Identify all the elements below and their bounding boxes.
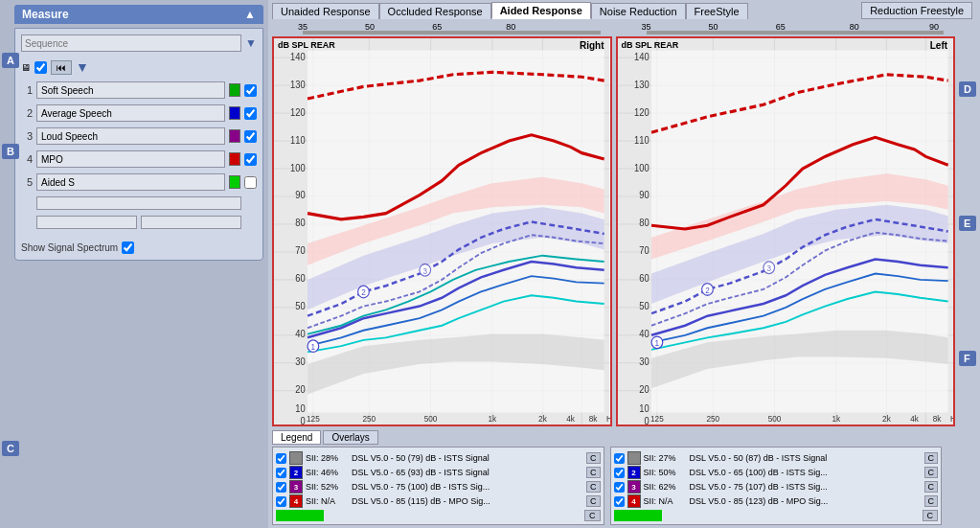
svg-text:125: 125 [307, 414, 320, 424]
legend-right-row-3: 3 SII: 62% DSL V5.0 - 75 (107) dB - ISTS… [614, 480, 939, 494]
loud-speech-button[interactable]: Loud Speech [36, 127, 225, 145]
svg-text:500: 500 [767, 414, 781, 424]
legend-left-check-4[interactable] [276, 496, 286, 507]
svg-text:110: 110 [634, 134, 650, 145]
tab-unaided[interactable]: Unaided Response [272, 3, 379, 19]
legend-right-c-1[interactable]: C [924, 452, 939, 464]
chart-left-label: dB SPL REAR [278, 40, 335, 50]
legend-left-c-2[interactable]: C [586, 467, 601, 478]
legend-right-row-1: SII: 27% DSL V5.0 - 50 (87) dB - ISTS Si… [614, 451, 939, 465]
legend-left-c-4[interactable]: C [586, 495, 601, 507]
legend-right-sii-1: SII: 27% [644, 453, 687, 463]
legend-right-check-4[interactable] [614, 496, 625, 507]
legend-right-check-1[interactable] [614, 453, 625, 464]
scale-80-left: 80 [506, 22, 515, 32]
svg-text:1: 1 [654, 338, 659, 348]
legend-tab-overlays[interactable]: Overlays [323, 430, 377, 445]
legend-right-check-2[interactable] [614, 468, 625, 478]
collapse-icon[interactable]: ▲ [244, 8, 256, 21]
legend-left-row-3: 3 SII: 52% DSL V5.0 - 75 (100) dB - ISTS… [276, 480, 601, 494]
scale-35-right: 35 [642, 22, 651, 32]
svg-text:10: 10 [295, 403, 306, 414]
legend-left-num-4: 4 [289, 494, 303, 508]
scale-50-left: 50 [365, 22, 375, 32]
row5-check[interactable] [244, 176, 257, 189]
row5-color [229, 175, 240, 189]
row2-check[interactable] [244, 107, 257, 120]
row3-check[interactable] [244, 130, 257, 143]
reduction-freestyle-tab[interactable]: Reduction Freestyle [861, 2, 972, 19]
label-f: F [959, 351, 976, 366]
legend-right-c-bottom[interactable]: C [923, 510, 939, 521]
legend-right-desc-2: DSL V5.0 - 65 (100) dB - ISTS Sig... [690, 468, 922, 477]
aided-s-button[interactable]: Aided S [36, 173, 225, 191]
legend-left-check-2[interactable] [276, 468, 286, 478]
legend-right-check-3[interactable] [614, 482, 625, 493]
monitor-icon: 🖥 [21, 62, 31, 73]
svg-text:30: 30 [295, 356, 306, 367]
legend-left-c-1[interactable]: C [586, 452, 601, 464]
legend-tab-legend[interactable]: Legend [272, 430, 321, 445]
svg-text:4k: 4k [566, 414, 575, 424]
soft-speech-button[interactable]: Soft Speech [36, 81, 225, 99]
svg-text:30: 30 [639, 356, 650, 367]
label-e: E [959, 216, 976, 231]
svg-text:80: 80 [295, 218, 306, 228]
svg-text:250: 250 [362, 414, 376, 424]
legend-left-c-bottom[interactable]: C [584, 510, 601, 521]
svg-text:2k: 2k [538, 414, 547, 424]
label-d: D [959, 81, 976, 97]
row1-check[interactable] [244, 84, 257, 97]
svg-text:1k: 1k [832, 414, 840, 424]
legend-left-row-1: SII: 28% DSL V5.0 - 50 (79) dB - ISTS Si… [276, 451, 601, 465]
row4-color [229, 152, 240, 166]
arrow-icon: ▼ [76, 59, 89, 75]
legend-left-check-1[interactable] [276, 453, 286, 464]
legend-right-c-4[interactable]: C [924, 495, 939, 507]
tab-occluded[interactable]: Occluded Response [379, 3, 491, 19]
tab-aided[interactable]: Aided Response [491, 2, 591, 19]
mpo-button[interactable]: MPO [36, 150, 225, 168]
row4-check[interactable] [244, 153, 257, 166]
legend-left-check-3[interactable] [276, 482, 286, 493]
show-signal-check[interactable] [122, 241, 134, 254]
legend-left-green-box [276, 510, 324, 521]
legend-right-c-3[interactable]: C [924, 481, 939, 493]
legend-right-row-4: 4 SII: N/A DSL V5.0 - 85 (123) dB - MPO … [614, 494, 939, 508]
legend-right-green-box [614, 510, 662, 521]
main-checkbox[interactable] [34, 61, 47, 74]
svg-text:70: 70 [639, 245, 650, 256]
legend-left-num-1 [289, 451, 303, 465]
legend-left-sii-3: SII: 52% [306, 482, 349, 492]
scale-65-left: 65 [432, 22, 442, 32]
svg-text:10: 10 [639, 403, 650, 414]
legend-left-c-3[interactable]: C [586, 481, 601, 493]
sequence-input[interactable] [21, 34, 241, 52]
svg-text:125: 125 [650, 414, 664, 424]
legend-left-desc-3: DSL V5.0 - 75 (100) dB - ISTS Sig... [352, 482, 583, 492]
scale-65-right: 65 [776, 22, 786, 32]
svg-text:40: 40 [295, 329, 306, 339]
svg-text:50: 50 [639, 301, 650, 311]
legend-right-sii-3: SII: 62% [644, 482, 687, 492]
legend-right-num-3: 3 [627, 480, 641, 494]
chart-right-ear: Left [930, 40, 947, 51]
reset-button[interactable]: ⏮ [51, 60, 72, 75]
svg-text:90: 90 [639, 190, 650, 200]
tab-noise[interactable]: Noise Reduction [591, 3, 686, 19]
legend-left-desc-1: DSL V5.0 - 50 (79) dB - ISTS Signal [352, 453, 583, 463]
label-b: B [2, 144, 19, 159]
scale-50-right: 50 [709, 22, 718, 32]
legend-right-c-2[interactable]: C [924, 467, 939, 478]
tab-freestyle[interactable]: FreeStyle [686, 3, 748, 19]
avg-speech-button[interactable]: Average Speech [36, 104, 225, 122]
legend-left-sii-1: SII: 28% [306, 453, 349, 463]
scale-35-left: 35 [298, 22, 308, 32]
legend-right-num-4: 4 [627, 494, 641, 508]
measure-row-5: 5 Aided S [21, 173, 257, 191]
legend-left-desc-2: DSL V5.0 - 65 (93) dB - ISTS Signal [352, 468, 583, 477]
legend-left-desc-4: DSL V5.0 - 85 (115) dB - MPO Sig... [352, 496, 583, 506]
svg-text:2: 2 [361, 287, 366, 297]
svg-text:20: 20 [295, 384, 306, 395]
legend-left-sii-2: SII: 46% [306, 468, 349, 477]
